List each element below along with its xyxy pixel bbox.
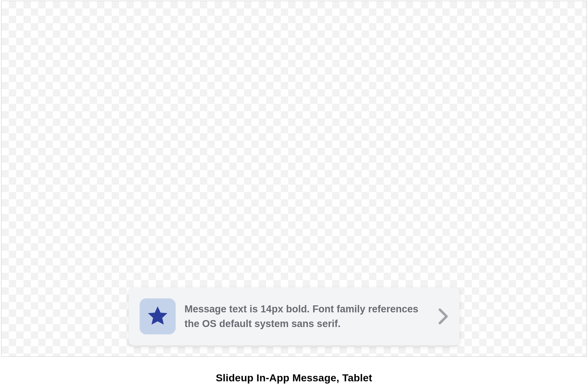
icon-badge bbox=[140, 298, 176, 334]
star-icon bbox=[146, 304, 169, 329]
chevron-right-icon[interactable] bbox=[438, 308, 448, 325]
slideup-message[interactable]: Message text is 14px bold. Font family r… bbox=[129, 287, 459, 345]
figure-caption: Slideup In-App Message, Tablet bbox=[216, 372, 372, 384]
message-text: Message text is 14px bold. Font family r… bbox=[184, 302, 429, 331]
transparency-canvas: Message text is 14px bold. Font family r… bbox=[1, 1, 587, 357]
